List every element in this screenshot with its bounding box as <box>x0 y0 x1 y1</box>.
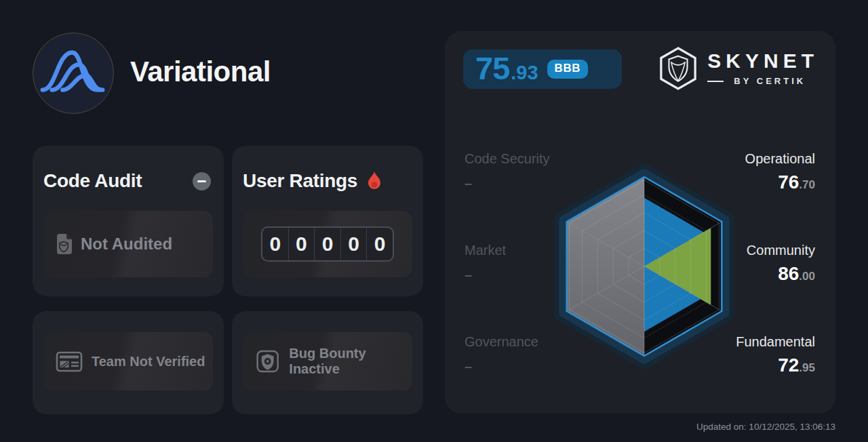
counter-digit: 0 <box>341 228 368 260</box>
counter-digit: 0 <box>367 228 393 260</box>
id-card-icon <box>54 346 84 376</box>
team-status: Team Not Verified <box>92 354 205 369</box>
skynet-score-panel: 75 .93 BBB SKYNET BY CERTIK Code Securit… <box>445 31 835 414</box>
axis-community: Community 86.00 <box>693 242 815 287</box>
axis-code-security: Code Security – <box>465 150 587 191</box>
axis-score: 76.70 <box>693 172 815 196</box>
axis-market: Market – <box>465 242 587 283</box>
minus-icon[interactable] <box>193 172 211 190</box>
score-grade-badge: BBB <box>547 60 588 79</box>
flame-icon <box>366 171 383 191</box>
brand-name: SKYNET <box>707 51 818 71</box>
skynet-project-page: Variational Code Audit Not Audited User … <box>0 0 868 442</box>
brand-divider <box>707 81 724 82</box>
code-audit-card: Code Audit Not Audited <box>33 146 224 296</box>
updated-timestamp: Updated on: 10/12/2025, 13:06:13 <box>696 422 835 432</box>
no-data-dash: – <box>465 359 587 374</box>
counter-digit: 0 <box>262 228 289 260</box>
overall-score-badge: 75 .93 BBB <box>463 49 622 89</box>
axis-fundamental: Fundamental 72.95 <box>693 334 815 379</box>
counter-digit: 0 <box>315 228 341 260</box>
ratings-counter: 0 0 0 0 0 <box>261 226 394 262</box>
bug-bounty-status-panel: Bug Bounty Inactive <box>243 332 412 390</box>
score-decimal: .93 <box>511 62 538 84</box>
counter-digit: 0 <box>289 228 315 260</box>
project-logo <box>33 33 114 114</box>
page-title: Variational <box>130 56 271 88</box>
skynet-hex-shield-icon <box>658 47 698 90</box>
wave-logo-icon <box>33 33 113 113</box>
code-audit-title: Code Audit <box>43 170 142 192</box>
bug-shield-icon <box>254 346 281 376</box>
user-ratings-panel: 0 0 0 0 0 <box>243 211 412 277</box>
skynet-brand: SKYNET BY CERTIK <box>658 47 818 90</box>
brand-byline: BY CERTIK <box>734 76 806 86</box>
axis-governance: Governance – <box>465 334 587 374</box>
no-data-dash: – <box>465 267 587 283</box>
score-integer: 75 <box>475 49 509 87</box>
axis-score: 72.95 <box>693 355 815 379</box>
bug-bounty-card: Bug Bounty Inactive <box>232 311 423 414</box>
audit-file-shield-icon <box>54 233 73 255</box>
team-status-panel: Team Not Verified <box>43 332 213 390</box>
axis-score: 86.00 <box>693 263 815 287</box>
no-data-dash: – <box>465 176 587 191</box>
team-verification-card: Team Not Verified <box>33 311 224 414</box>
user-ratings-card: User Ratings 0 0 0 0 0 <box>232 146 423 296</box>
user-ratings-title: User Ratings <box>243 170 383 192</box>
code-audit-status-panel: Not Audited <box>43 211 213 277</box>
code-audit-status: Not Audited <box>81 235 172 254</box>
axis-operational: Operational 76.70 <box>693 150 815 196</box>
bug-bounty-status: Bug Bounty Inactive <box>289 346 412 377</box>
